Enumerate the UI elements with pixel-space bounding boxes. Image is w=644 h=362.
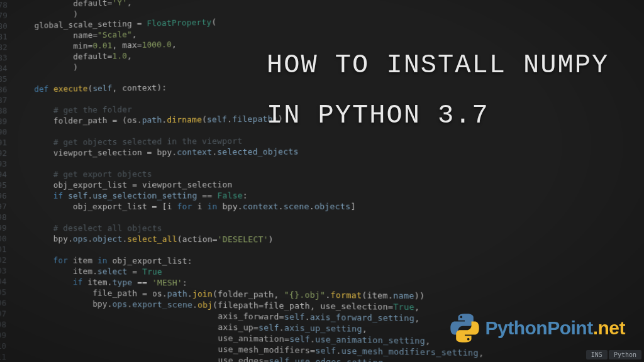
- code-content: for item in obj_export_list:: [14, 255, 192, 266]
- line-number: 191: [0, 137, 14, 148]
- code-line: 197 obj_export_list = [i for i in bpy.co…: [0, 200, 644, 212]
- line-number: 204: [0, 276, 14, 287]
- line-number: 197: [0, 201, 14, 212]
- line-number: 181: [0, 31, 15, 41]
- code-content: # deselect all objects: [14, 222, 162, 234]
- line-number: 198: [0, 212, 14, 222]
- line-number: 209: [0, 329, 14, 341]
- status-ins: INS: [586, 350, 608, 359]
- code-content: viewport_selection = bpy.context.selecte…: [14, 146, 299, 158]
- line-number: 195: [0, 180, 14, 190]
- line-number: 178: [0, 0, 15, 11]
- code-content: [14, 244, 19, 255]
- line-number: 186: [0, 84, 15, 95]
- line-number: 205: [0, 287, 14, 297]
- code-line: 198: [0, 212, 644, 224]
- line-number: 179: [0, 10, 15, 21]
- status-lang: Python: [609, 350, 641, 359]
- code-content: # get export objects: [14, 168, 152, 180]
- code-content: [14, 94, 19, 105]
- line-number: 202: [0, 255, 14, 265]
- code-content: item.select = True: [14, 265, 162, 277]
- code-content: folder_path = (os.path.dirname(self.file…: [14, 113, 283, 126]
- line-number: 192: [0, 148, 14, 158]
- line-number: 203: [0, 265, 14, 276]
- line-number: 207: [0, 308, 14, 319]
- code-content: [14, 158, 19, 169]
- code-content: ): [15, 62, 78, 73]
- code-content: obj_export_list = [i for i in bpy.contex…: [14, 201, 356, 212]
- line-number: 190: [0, 126, 14, 137]
- code-content: default=1.0,: [15, 50, 132, 63]
- code-content: def execute(self, context):: [14, 82, 167, 95]
- line-number: 208: [0, 319, 14, 330]
- line-number: 180: [0, 21, 15, 31]
- code-line: 196 if self.use_selection_setting == Fal…: [0, 189, 644, 201]
- line-number: 210: [0, 341, 14, 352]
- code-content: if self.use_selection_setting == False:: [14, 190, 248, 201]
- code-content: [14, 212, 19, 222]
- line-number: 187: [0, 95, 14, 106]
- line-number: 193: [0, 158, 14, 169]
- brand-logo: PythonPoint.net: [448, 312, 625, 344]
- status-bar: INS Python: [586, 350, 641, 359]
- code-content: [15, 74, 20, 84]
- python-icon: [448, 312, 481, 344]
- line-number: 200: [0, 233, 14, 244]
- line-number: 189: [0, 116, 14, 126]
- line-number: 206: [0, 297, 14, 308]
- line-number: 201: [0, 244, 14, 255]
- code-content: ): [15, 9, 78, 21]
- code-content: # get the folder: [14, 104, 132, 116]
- line-number: 182: [0, 41, 15, 52]
- brand-name: PythonPoint.net: [485, 317, 625, 339]
- line-number: 185: [0, 74, 15, 84]
- line-number: 196: [0, 190, 14, 201]
- line-number: 199: [0, 222, 14, 233]
- line-number: 188: [0, 105, 14, 116]
- line-number: 183: [0, 52, 15, 63]
- line-number: 211: [0, 351, 14, 362]
- code-content: # get objects selected in the viewport: [14, 135, 242, 148]
- code-content: [14, 126, 19, 137]
- headline-title: HOW TO INSTALL NUMPY IN PYTHON 3.7: [267, 41, 619, 141]
- code-content: obj_export_list = viewport_selection: [14, 179, 233, 190]
- line-number: 184: [0, 63, 15, 74]
- line-number: 194: [0, 169, 14, 180]
- code-line: 195 obj_export_list = viewport_selection: [0, 177, 644, 190]
- code-content: bpy.ops.object.select_all(action='DESELE…: [14, 233, 274, 245]
